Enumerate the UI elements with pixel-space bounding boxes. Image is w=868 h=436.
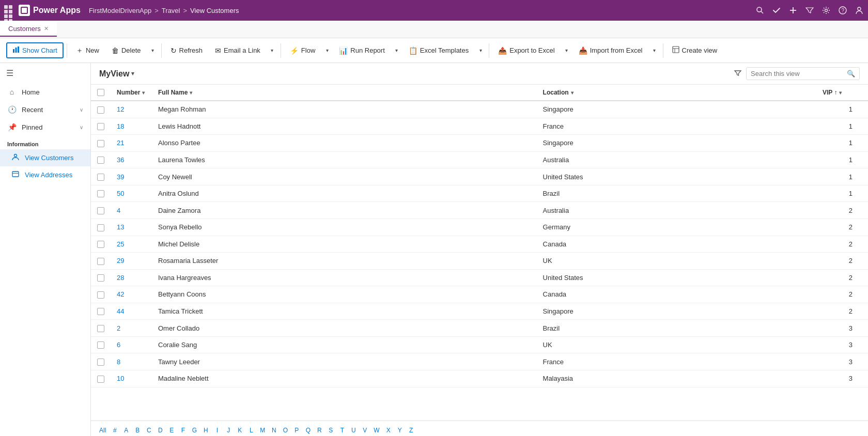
row-number[interactable]: 36 — [111, 151, 152, 168]
row-number[interactable]: 39 — [111, 168, 152, 185]
tab-customers[interactable]: Customers ✕ — [0, 22, 57, 37]
row-number[interactable]: 13 — [111, 219, 152, 236]
row-fullname[interactable]: Michel Delisle — [152, 236, 537, 253]
alpha-c[interactable]: C — [143, 425, 154, 436]
delete-dropdown[interactable]: ▾ — [148, 44, 158, 56]
row-number[interactable]: 42 — [111, 286, 152, 303]
table-row[interactable]: 4 Daine Zamora Australia 2 — [91, 202, 868, 219]
flow-dropdown[interactable]: ▾ — [322, 44, 332, 56]
table-row[interactable]: 18 Lewis Hadnott France 1 — [91, 118, 868, 135]
alpha-a[interactable]: A — [120, 425, 132, 436]
row-fullname[interactable]: Coy Newell — [152, 168, 537, 185]
table-row[interactable]: 25 Michel Delisle Canada 2 — [91, 236, 868, 253]
sidebar-item-home[interactable]: ⌂ Home — [0, 83, 90, 101]
alpha-e[interactable]: E — [166, 425, 177, 436]
row-check[interactable] — [91, 253, 111, 270]
row-checkbox[interactable] — [97, 106, 104, 114]
row-check[interactable] — [91, 219, 111, 236]
row-checkbox[interactable] — [97, 274, 104, 282]
alpha-u[interactable]: U — [348, 425, 359, 436]
row-fullname[interactable]: Omer Collado — [152, 320, 537, 337]
alpha-o[interactable]: O — [280, 425, 291, 436]
row-checkbox[interactable] — [97, 207, 104, 214]
table-row[interactable]: 39 Coy Newell United States 1 — [91, 168, 868, 185]
table-row[interactable]: 29 Rosamaria Lasseter UK 2 — [91, 253, 868, 270]
row-check[interactable] — [91, 202, 111, 219]
row-checkbox[interactable] — [97, 224, 104, 231]
table-row[interactable]: 10 Madaline Neblett Malayasia 3 — [91, 370, 868, 387]
row-fullname[interactable]: Lewis Hadnott — [152, 118, 537, 135]
breadcrumb-app[interactable]: FirstModelDrivenApp — [89, 7, 151, 14]
row-fullname[interactable]: Anitra Oslund — [152, 185, 537, 202]
alpha-#[interactable]: # — [109, 425, 120, 436]
row-fullname[interactable]: Coralie Sang — [152, 336, 537, 353]
alpha-y[interactable]: Y — [394, 425, 406, 436]
row-check[interactable] — [91, 101, 111, 118]
table-row[interactable]: 6 Coralie Sang UK 3 — [91, 336, 868, 353]
alpha-w[interactable]: W — [370, 425, 382, 436]
alpha-h[interactable]: H — [200, 425, 211, 436]
row-number[interactable]: 4 — [111, 202, 152, 219]
row-checkbox[interactable] — [97, 174, 104, 181]
row-fullname[interactable]: Madaline Neblett — [152, 370, 537, 387]
alpha-q[interactable]: Q — [302, 425, 314, 436]
refresh-button[interactable]: ↻ Refresh — [165, 43, 209, 58]
table-row[interactable]: 21 Alonso Partee Singapore 1 — [91, 135, 868, 152]
view-title[interactable]: MyView ▾ — [99, 69, 134, 79]
col-fullname[interactable]: Full Name ▾ — [152, 85, 537, 101]
alpha-k[interactable]: K — [234, 425, 245, 436]
row-number[interactable]: 12 — [111, 101, 152, 118]
alpha-n[interactable]: N — [268, 425, 280, 436]
row-fullname[interactable]: Sonya Rebello — [152, 219, 537, 236]
row-number[interactable]: 8 — [111, 353, 152, 370]
row-check[interactable] — [91, 286, 111, 303]
row-check[interactable] — [91, 135, 111, 152]
search-box[interactable]: 🔍 — [746, 67, 860, 80]
user-topbar-icon[interactable] — [855, 6, 864, 15]
excel-templates-button[interactable]: 📋 Excel Templates — [403, 43, 474, 58]
row-checkbox[interactable] — [97, 291, 104, 299]
row-check[interactable] — [91, 185, 111, 202]
row-checkbox[interactable] — [97, 241, 104, 248]
row-number[interactable]: 44 — [111, 303, 152, 320]
row-number[interactable]: 25 — [111, 236, 152, 253]
alpha-m[interactable]: M — [257, 425, 268, 436]
filter-topbar-icon[interactable] — [805, 6, 814, 15]
row-number[interactable]: 21 — [111, 135, 152, 152]
row-check[interactable] — [91, 370, 111, 387]
row-fullname[interactable]: Tamica Trickett — [152, 303, 537, 320]
row-checkbox[interactable] — [97, 140, 104, 147]
table-row[interactable]: 12 Megan Rohman Singapore 1 — [91, 101, 868, 118]
alpha-d[interactable]: D — [154, 425, 166, 436]
row-check[interactable] — [91, 151, 111, 168]
row-checkbox[interactable] — [97, 123, 104, 130]
row-check[interactable] — [91, 168, 111, 185]
row-fullname[interactable]: Tawny Leeder — [152, 353, 537, 370]
alpha-p[interactable]: P — [291, 425, 302, 436]
table-row[interactable]: 50 Anitra Oslund Brazil 1 — [91, 185, 868, 202]
alpha-b[interactable]: B — [132, 425, 143, 436]
row-fullname[interactable]: Alonso Partee — [152, 135, 537, 152]
row-fullname[interactable]: Daine Zamora — [152, 202, 537, 219]
row-checkbox[interactable] — [97, 157, 104, 164]
apps-grid-icon[interactable] — [4, 5, 14, 15]
row-checkbox[interactable] — [97, 325, 104, 332]
alpha-v[interactable]: V — [359, 425, 370, 436]
table-row[interactable]: 36 Laurena Towles Australia 1 — [91, 151, 868, 168]
col-number[interactable]: Number ▾ — [111, 85, 152, 101]
checkmark-topbar-icon[interactable] — [772, 6, 781, 15]
col-check[interactable] — [91, 85, 111, 101]
new-button[interactable]: ＋ New — [70, 43, 105, 58]
row-number[interactable]: 2 — [111, 320, 152, 337]
email-link-button[interactable]: ✉ Email a Link — [209, 43, 266, 58]
export-excel-button[interactable]: 📤 Export to Excel — [492, 43, 560, 58]
sidebar-item-pinned[interactable]: 📌 Pinned ∨ — [0, 118, 90, 136]
search-input[interactable] — [751, 70, 844, 77]
alpha-j[interactable]: J — [223, 425, 234, 436]
run-report-button[interactable]: 📊 Run Report — [333, 43, 390, 58]
alpha-r[interactable]: R — [314, 425, 325, 436]
settings-topbar-icon[interactable] — [822, 6, 831, 15]
row-checkbox[interactable] — [97, 308, 104, 315]
sidebar-toggle[interactable]: ☰ — [0, 63, 90, 83]
table-row[interactable]: 8 Tawny Leeder France 3 — [91, 353, 868, 370]
